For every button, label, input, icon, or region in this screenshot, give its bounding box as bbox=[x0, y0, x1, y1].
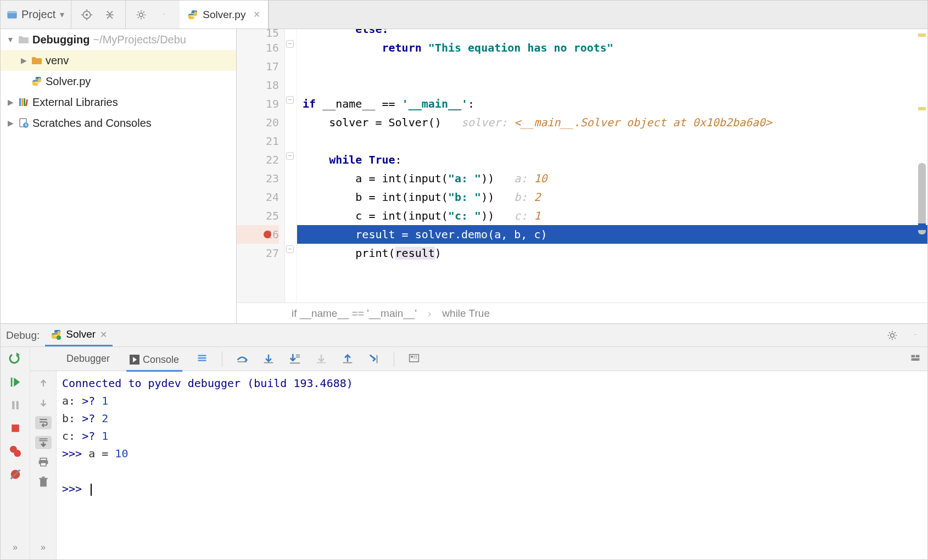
svg-rect-50 bbox=[416, 356, 417, 357]
editor-tab-solver[interactable]: Solver.py ✕ bbox=[180, 1, 269, 29]
svg-rect-65 bbox=[39, 478, 47, 480]
tree-item-venv[interactable]: ▶ venv bbox=[1, 50, 236, 71]
threads-icon[interactable] bbox=[195, 352, 209, 366]
minimize-icon[interactable] bbox=[158, 8, 171, 21]
close-tab-icon[interactable]: ✕ bbox=[253, 9, 260, 20]
debug-label: Debug: bbox=[6, 329, 40, 341]
breakpoint-icon[interactable] bbox=[264, 231, 271, 238]
target-icon[interactable] bbox=[80, 8, 93, 21]
force-step-into-icon[interactable] bbox=[315, 352, 328, 366]
minimize-icon[interactable] bbox=[909, 329, 922, 342]
breadcrumb-item[interactable]: while True bbox=[442, 307, 490, 320]
fold-marker-icon[interactable]: − bbox=[286, 152, 294, 160]
tree-scratches[interactable]: ▶ Scratches and Consoles bbox=[1, 113, 236, 133]
svg-rect-25 bbox=[12, 401, 14, 410]
svg-rect-61 bbox=[40, 458, 47, 461]
resume-icon[interactable] bbox=[7, 376, 24, 389]
mute-breakpoints-icon[interactable] bbox=[7, 468, 24, 481]
code-line: a = int(input("a: ")) a: 10 bbox=[297, 169, 927, 188]
chevron-right-icon: ▶ bbox=[6, 98, 15, 107]
svg-rect-1 bbox=[8, 12, 16, 13]
scroll-to-end-icon[interactable] bbox=[35, 436, 52, 449]
line-number: 22 bbox=[266, 153, 279, 166]
tab-console[interactable]: Console bbox=[126, 352, 182, 372]
editor-area: 15 16 17 18 19 20 21 22 23 24 25 26 27 −… bbox=[237, 29, 927, 323]
breadcrumb-item[interactable]: if __name__ == '__main__' bbox=[292, 307, 417, 320]
step-out-icon[interactable] bbox=[341, 352, 354, 366]
rerun-icon[interactable] bbox=[7, 352, 24, 366]
svg-rect-39 bbox=[296, 354, 300, 355]
svg-rect-54 bbox=[916, 355, 920, 357]
project-tool-button[interactable]: Project ▾ bbox=[1, 1, 71, 29]
top-header: Project ▾ Solver.py ✕ bbox=[1, 1, 927, 29]
svg-rect-27 bbox=[12, 424, 19, 432]
debug-session-tab[interactable]: Solver ✕ bbox=[45, 324, 113, 346]
step-over-icon[interactable] bbox=[236, 352, 249, 366]
svg-point-29 bbox=[14, 450, 21, 457]
svg-point-14 bbox=[37, 84, 38, 85]
console-prompt[interactable]: >>> bbox=[62, 480, 922, 497]
line-number: 25 bbox=[266, 209, 279, 222]
tree-item-solver[interactable]: Solver.py bbox=[1, 71, 236, 92]
svg-rect-16 bbox=[21, 98, 23, 106]
close-icon[interactable]: ✕ bbox=[100, 329, 107, 340]
gear-icon[interactable] bbox=[135, 8, 148, 21]
stop-icon[interactable] bbox=[7, 422, 24, 435]
python-file-icon bbox=[187, 9, 198, 20]
svg-rect-48 bbox=[411, 356, 413, 357]
trash-icon[interactable] bbox=[35, 475, 52, 489]
tree-root-label: Debugging bbox=[32, 33, 90, 46]
svg-rect-32 bbox=[198, 355, 206, 356]
soft-wrap-icon[interactable] bbox=[35, 416, 52, 429]
step-into-icon[interactable] bbox=[262, 352, 275, 366]
view-breakpoints-icon[interactable] bbox=[7, 445, 24, 458]
svg-rect-55 bbox=[912, 358, 920, 361]
python-file-icon bbox=[31, 76, 42, 87]
breadcrumb[interactable]: if __name__ == '__main__' › while True bbox=[237, 303, 927, 323]
evaluate-expression-icon[interactable] bbox=[407, 352, 421, 366]
collapse-icon[interactable] bbox=[103, 8, 116, 21]
console-line: >>> a = 10 bbox=[62, 445, 922, 462]
scratch-icon bbox=[18, 117, 29, 128]
fold-marker-icon[interactable]: − bbox=[286, 245, 294, 253]
console-output[interactable]: Connected to pydev debugger (build 193.4… bbox=[57, 371, 927, 559]
svg-rect-59 bbox=[39, 440, 47, 441]
scroll-up-icon[interactable] bbox=[35, 377, 52, 390]
print-icon[interactable] bbox=[35, 456, 52, 469]
run-to-cursor-icon[interactable] bbox=[367, 352, 381, 366]
line-number: 21 bbox=[266, 135, 279, 148]
console-rail: » bbox=[30, 371, 57, 559]
fold-marker-icon[interactable]: − bbox=[286, 40, 294, 48]
console-line: Connected to pydev debugger (build 193.4… bbox=[62, 374, 922, 392]
svg-point-21 bbox=[57, 335, 61, 340]
code-content[interactable]: else: return "This equation has no roots… bbox=[297, 29, 927, 303]
code-line bbox=[297, 132, 927, 150]
console-badge-icon bbox=[130, 355, 139, 365]
tree-item-label: External Libraries bbox=[32, 96, 118, 109]
svg-rect-51 bbox=[414, 357, 415, 359]
svg-rect-34 bbox=[198, 360, 206, 361]
tree-external-libs[interactable]: ▶ External Libraries bbox=[1, 92, 236, 113]
editor-tab-label: Solver.py bbox=[203, 9, 245, 21]
code-line: return "This equation has no roots" bbox=[297, 38, 927, 57]
gear-icon[interactable] bbox=[886, 329, 899, 342]
scroll-down-icon[interactable] bbox=[35, 396, 52, 410]
fold-marker-icon[interactable]: − bbox=[286, 96, 294, 104]
tab-debugger[interactable]: Debugger bbox=[63, 351, 113, 367]
editor-scrollbar[interactable] bbox=[918, 30, 926, 281]
svg-rect-26 bbox=[16, 401, 18, 410]
tab-bar-empty bbox=[269, 1, 927, 29]
debug-session-label: Solver bbox=[66, 328, 96, 340]
more-icon[interactable]: » bbox=[35, 541, 52, 554]
pause-icon[interactable] bbox=[7, 399, 24, 412]
code-editor[interactable]: 15 16 17 18 19 20 21 22 23 24 25 26 27 −… bbox=[237, 29, 927, 303]
step-into-my-code-icon[interactable] bbox=[288, 352, 301, 366]
tree-item-label: Solver.py bbox=[46, 75, 91, 88]
console-line: c: >? 1 bbox=[62, 427, 922, 445]
svg-rect-24 bbox=[10, 378, 12, 387]
tree-root[interactable]: ▼ Debugging ~/MyProjects/Debu bbox=[1, 29, 236, 50]
more-icon[interactable]: » bbox=[7, 541, 24, 554]
layout-icon[interactable] bbox=[909, 352, 922, 366]
code-line: c = int(input("c: ")) c: 1 bbox=[297, 206, 927, 225]
line-number: 19 bbox=[266, 97, 279, 110]
